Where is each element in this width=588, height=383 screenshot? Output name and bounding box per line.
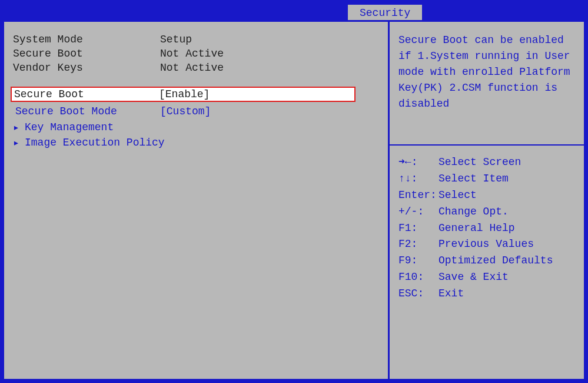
menu-image-execution-policy[interactable]: ▸ Image Execution Policy [13,136,379,149]
menu-secure-boot[interactable]: Secure Boot [Enable] [11,87,356,102]
key-symbol: F9: [398,253,438,269]
info-label: Vendor Keys [13,62,160,74]
key-desc: Select Screen [438,154,575,171]
key-desc: Optimized Defaults [438,253,575,269]
key-hint-select-screen: ➜←: Select Screen [398,154,575,171]
menu-key-management[interactable]: ▸ Key Management [13,121,379,134]
tab-bar: Security [2,2,586,21]
triangle-right-icon: ▸ [13,136,25,149]
key-symbol: Enter: [398,187,438,204]
key-symbol: F1: [398,220,438,237]
info-value: Not Active [160,48,379,60]
key-hint-optimized-defaults: F9: Optimized Defaults [398,253,575,269]
tab-security[interactable]: Security [347,4,423,21]
key-hint-select: Enter: Select [398,187,575,204]
key-symbol: ESC: [398,286,438,302]
menu-label: Secure Boot Mode [15,105,160,117]
info-vendor-keys: Vendor Keys Not Active [13,62,379,74]
info-system-mode: System Mode Setup [13,34,379,45]
key-desc: Change Opt. [438,204,575,220]
key-desc: General Help [438,220,575,237]
key-hint-save-exit: F10: Save & Exit [398,269,575,286]
key-desc: Select Item [438,171,575,187]
divider [390,144,584,146]
menu-label: Secure Boot [14,88,159,100]
menu-value: [Custom] [160,105,379,117]
key-desc: Previous Values [438,236,575,253]
right-panel: Secure Boot can be enabled if 1.System r… [390,22,584,379]
info-value: Setup [160,34,379,45]
spacer [13,76,379,87]
menu-secure-boot-mode[interactable]: Secure Boot Mode [Custom] [13,104,379,118]
key-symbol: F2: [398,236,438,253]
menu-value: [Enable] [159,88,352,100]
main-area: System Mode Setup Secure Boot Not Active… [2,20,586,381]
key-hint-previous-values: F2: Previous Values [398,236,575,253]
key-symbol: +/-: [398,204,438,220]
key-hints: ➜←: Select Screen ↑↓: Select Item Enter:… [398,154,575,302]
info-value: Not Active [160,62,379,74]
help-text: Secure Boot can be enabled if 1.System r… [398,32,575,112]
info-label: Secure Boot [13,48,160,60]
triangle-right-icon: ▸ [13,121,25,134]
key-symbol: F10: [398,269,438,286]
bios-screen: Security System Mode Setup Secure Boot N… [2,2,586,381]
menu-label: Key Management [25,121,379,133]
key-desc: Save & Exit [438,269,575,286]
left-panel: System Mode Setup Secure Boot Not Active… [4,22,390,379]
key-hint-exit: ESC: Exit [398,286,575,302]
key-symbol: ➜←: [398,154,438,171]
key-desc: Exit [438,286,575,302]
menu-label: Image Execution Policy [25,137,379,148]
key-hint-change-opt: +/-: Change Opt. [398,204,575,220]
info-label: System Mode [13,34,160,45]
key-hint-select-item: ↑↓: Select Item [398,171,575,187]
key-desc: Select [438,187,575,204]
key-symbol: ↑↓: [398,171,438,187]
key-hint-general-help: F1: General Help [398,220,575,237]
info-secure-boot: Secure Boot Not Active [13,48,379,60]
